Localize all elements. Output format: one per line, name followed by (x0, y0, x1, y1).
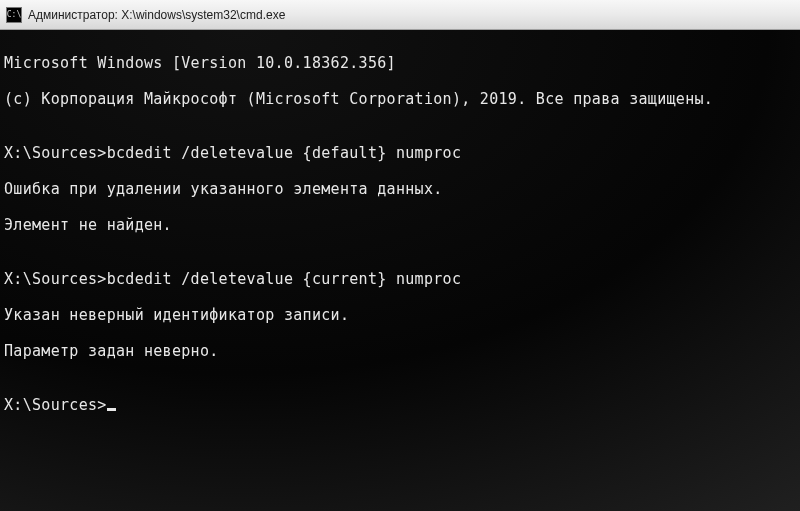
window-title: Администратор: X:\windows\system32\cmd.e… (28, 8, 285, 22)
titlebar[interactable]: C:\ Администратор: X:\windows\system32\c… (0, 0, 800, 30)
version-line: Microsoft Windows [Version 10.0.18362.35… (4, 54, 796, 72)
cmd-line-2: X:\Sources>bcdedit /deletevalue {current… (4, 270, 796, 288)
error-line: Элемент не найден. (4, 216, 796, 234)
cmd-line-1: X:\Sources>bcdedit /deletevalue {default… (4, 144, 796, 162)
prompt-text: X:\Sources> (4, 396, 107, 414)
error-line: Указан неверный идентификатор записи. (4, 306, 796, 324)
error-line: Параметр задан неверно. (4, 342, 796, 360)
cmd-window: C:\ Администратор: X:\windows\system32\c… (0, 0, 800, 511)
error-line: Ошибка при удалении указанного элемента … (4, 180, 796, 198)
prompt-current: X:\Sources> (4, 396, 796, 414)
terminal-output[interactable]: Microsoft Windows [Version 10.0.18362.35… (0, 30, 800, 511)
cursor (107, 408, 116, 411)
cmd-icon: C:\ (6, 7, 22, 23)
copyright-line: (c) Корпорация Майкрософт (Microsoft Cor… (4, 90, 796, 108)
